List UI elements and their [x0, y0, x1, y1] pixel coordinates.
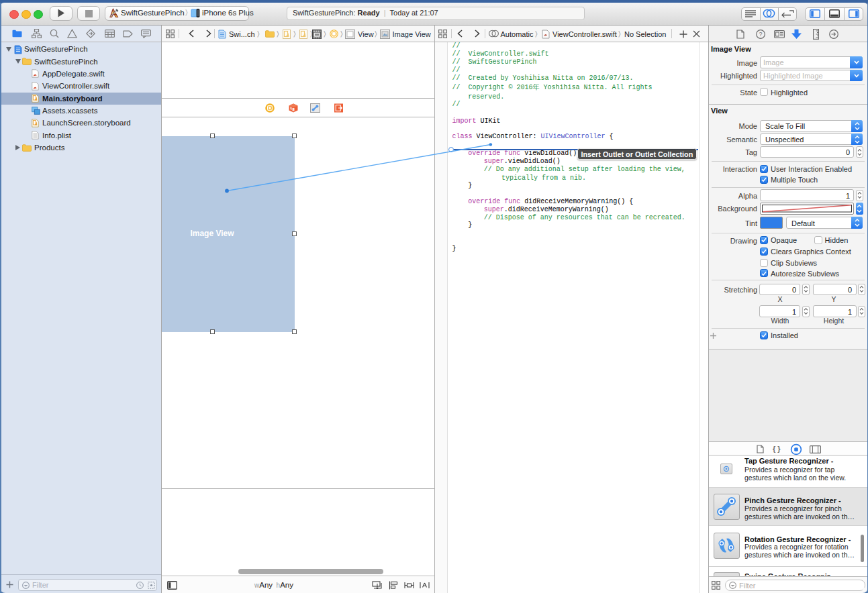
svg-text:?: ?	[759, 31, 762, 38]
